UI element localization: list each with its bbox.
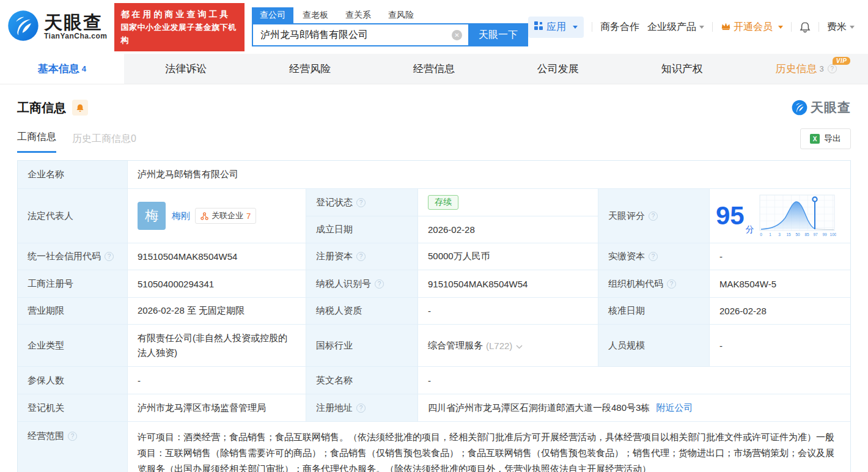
- establish-date-value: 2026-02-28: [418, 216, 598, 243]
- tab-operating-info[interactable]: 经营信息: [372, 54, 496, 84]
- search-tabs: 查公司 查老板 查关系 查风险: [252, 7, 528, 23]
- business-info-table: 企业名称 泸州龙马郎销售有限公司 法定代表人 梅 梅刚 关联企业 7 登记: [17, 160, 851, 472]
- help-icon[interactable]: ?: [356, 404, 366, 413]
- tab-basic-info[interactable]: 基本信息 4: [0, 54, 124, 84]
- business-term-value: 2026-02-28 至 无固定期限: [128, 298, 306, 324]
- credit-code-label: 统一社会信用代码: [28, 251, 101, 262]
- search-tab-relation[interactable]: 查关系: [337, 7, 379, 23]
- section-title: 工商信息: [17, 100, 66, 116]
- tab-intellectual-property[interactable]: 知识产权: [620, 54, 744, 84]
- help-icon[interactable]: ?: [375, 279, 384, 289]
- top-header: 天眼查 TianYanCha.com 都在用的商业查询工具 国家中小企业发展子基…: [0, 0, 868, 54]
- approval-date-value: 2026-02-28: [710, 298, 850, 324]
- search-input[interactable]: [252, 23, 468, 46]
- help-icon[interactable]: ?: [356, 252, 366, 261]
- org-code-label-cell: 组织机构代码 ?: [598, 270, 710, 297]
- taxpayer-quality-value: -: [418, 298, 598, 324]
- org-code-value: MAK8504W-5: [710, 270, 850, 297]
- username: 费米: [827, 21, 847, 34]
- chevron-down-icon[interactable]: [516, 341, 523, 351]
- score-label-cell: 天眼评分 ?: [598, 189, 710, 243]
- help-icon[interactable]: ?: [649, 212, 658, 221]
- reg-address-value-cell: 四川省泸州市龙马潭区石洞街道郎酒大道一段480号3栋 附近公司: [418, 394, 850, 421]
- help-icon[interactable]: ?: [68, 432, 77, 441]
- svg-text:50: 50: [795, 232, 800, 237]
- notification-bell-icon[interactable]: [800, 21, 811, 33]
- table-row: 营业期限 2026-02-28 至 无固定期限 纳税人资质 - 核准日期 202…: [18, 298, 850, 325]
- tab-legal[interactable]: 法律诉讼: [124, 54, 248, 84]
- promo-banner: 都在用的商业查询工具 国家中小企业发展子基金旗下机构: [114, 3, 245, 51]
- company-type-value: 有限责任公司(非自然人投资或控股的法人独资): [128, 325, 306, 366]
- export-label: 导出: [824, 133, 841, 144]
- company-tab-bar: 基本信息 4 法律诉讼 经营风险 经营信息 公司发展 知识产权 VIP 历史信息…: [0, 54, 868, 84]
- reg-authority-label: 登记机关: [18, 394, 128, 421]
- tianyancha-watermark-icon: [792, 100, 807, 116]
- subtab-row: 工商信息 历史工商信息0 X 导出: [0, 116, 868, 153]
- legal-rep-avatar[interactable]: 梅: [138, 202, 166, 230]
- chevron-down-icon: [699, 26, 704, 29]
- nearby-companies-link[interactable]: 附近公司: [656, 402, 693, 414]
- chevron-down-icon: [573, 26, 578, 29]
- related-company-badge[interactable]: 关联企业 7: [195, 208, 256, 224]
- establish-date-label: 成立日期: [306, 216, 418, 243]
- staff-size-value: -: [710, 325, 850, 366]
- svg-text:99: 99: [822, 232, 827, 237]
- status-date-stack: 登记状态 ? 存续 成立日期 2026-02-28: [306, 189, 598, 243]
- credit-code-label-cell: 统一社会信用代码 ?: [18, 243, 128, 270]
- english-name-label: 英文名称: [306, 367, 418, 394]
- search-tab-boss[interactable]: 查老板: [295, 7, 336, 23]
- help-icon[interactable]: ?: [105, 252, 114, 261]
- header-nav: 应用 商务合作 企业级产品 开通会员: [528, 17, 855, 38]
- search-tab-company[interactable]: 查公司: [252, 7, 293, 23]
- tab-company-development[interactable]: 公司发展: [496, 54, 620, 84]
- help-icon[interactable]: ?: [649, 252, 658, 261]
- table-row: 经营范围 ? 许可项目：酒类经营；食品销售；食品互联网销售。（依法须经批准的项目…: [18, 422, 850, 472]
- open-vip-button[interactable]: 开通会员: [721, 21, 783, 34]
- subtab-business-info[interactable]: 工商信息: [17, 131, 56, 153]
- clear-search-icon[interactable]: ✕: [452, 30, 462, 40]
- legal-rep-link[interactable]: 梅刚: [172, 210, 190, 222]
- nav-enterprise[interactable]: 企业级产品: [647, 21, 704, 34]
- reg-capital-value: 50000万人民币: [418, 243, 598, 270]
- reg-address-value: 四川省泸州市龙马潭区石洞街道郎酒大道一段480号3栋: [428, 402, 650, 414]
- apps-menu[interactable]: 应用: [528, 17, 584, 38]
- help-icon[interactable]: ?: [356, 198, 366, 207]
- company-name-label: 企业名称: [18, 161, 128, 188]
- subtab-history-business-info[interactable]: 历史工商信息0: [72, 133, 136, 153]
- nav-cooperation[interactable]: 商务合作: [600, 21, 639, 34]
- promo-line1: 都在用的商业查询工具: [120, 8, 238, 21]
- reg-status-label: 登记状态: [316, 197, 353, 208]
- brand-name: 天眼查: [44, 13, 107, 32]
- taxpayer-id-label: 纳税人识别号: [316, 278, 371, 290]
- business-scope-label: 经营范围: [28, 430, 64, 442]
- help-icon[interactable]: ?: [667, 279, 676, 289]
- search-tab-risk[interactable]: 查风险: [380, 7, 422, 23]
- promo-line2: 国家中小企业发展子基金旗下机构: [120, 21, 238, 46]
- table-row: 企业名称 泸州龙马郎销售有限公司: [18, 161, 850, 189]
- tab-history-count: 3: [819, 64, 823, 73]
- tianyancha-logo[interactable]: 天眼查 TianYanCha.com: [7, 10, 107, 44]
- insured-count-value: -: [128, 367, 306, 394]
- score-distribution-chart[interactable]: 0 1 3 15 50 85 97 99 100: [758, 193, 836, 238]
- chevron-down-icon: [778, 26, 783, 29]
- svg-text:3: 3: [778, 232, 781, 237]
- tab-basic-count: 4: [82, 64, 86, 73]
- tab-history-info[interactable]: VIP 历史信息 3 ?: [744, 54, 868, 84]
- user-menu[interactable]: 费米: [827, 21, 855, 34]
- monitor-bell-icon[interactable]: [72, 100, 88, 116]
- tab-operating-risk[interactable]: 经营风险: [248, 54, 372, 84]
- svg-text:0: 0: [760, 232, 762, 237]
- reg-status-value-cell: 存续: [418, 189, 598, 216]
- search-button[interactable]: 天眼一下: [468, 23, 528, 46]
- score-marker-pin: [812, 197, 817, 201]
- table-row: 企业类型 有限责任公司(非自然人投资或控股的法人独资) 国标行业 综合管理服务 …: [18, 325, 850, 367]
- reg-number-label: 工商注册号: [18, 270, 128, 297]
- help-icon[interactable]: ?: [828, 64, 837, 73]
- taxpayer-id-value: 91510504MAK8504W54: [418, 270, 598, 297]
- export-button[interactable]: X 导出: [800, 128, 851, 149]
- apps-label: 应用: [546, 21, 566, 34]
- business-term-label: 营业期限: [18, 298, 128, 324]
- paid-capital-value: -: [710, 243, 850, 270]
- org-network-icon: [200, 212, 208, 220]
- company-name-value: 泸州龙马郎销售有限公司: [128, 161, 850, 188]
